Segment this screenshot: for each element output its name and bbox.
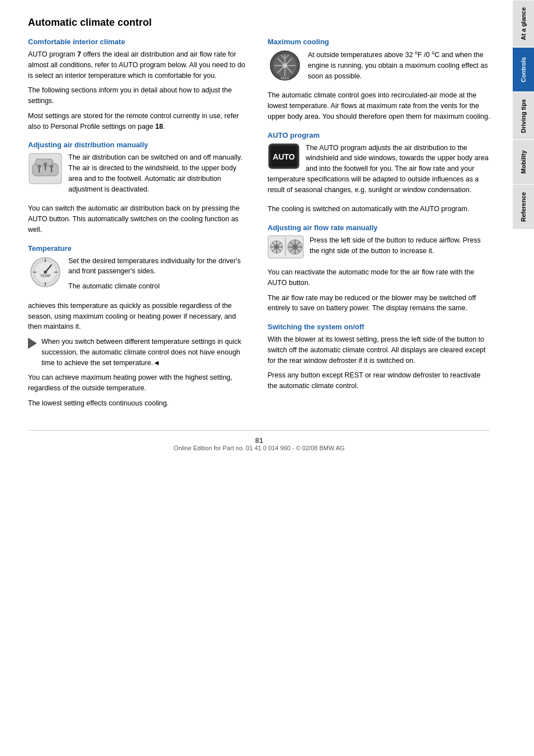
temperature-note-block: When you switch between different temper… (28, 337, 251, 368)
temperature-p2: achieves this temperature as quickly as … (28, 301, 251, 332)
max-cooling-heading: Maximum cooling (268, 38, 490, 46)
sidebar-tab-driving-tips[interactable]: Driving tips (513, 92, 534, 140)
switch-p1: With the blower at its lowest setting, p… (268, 334, 490, 366)
page-number: 81 (255, 436, 263, 445)
page-title: Automatic climate control (28, 17, 490, 29)
svg-point-24 (283, 63, 287, 68)
comfortable-p3: Most settings are stored for the remote … (28, 111, 251, 132)
temperature-dial-image: TEMP (28, 256, 63, 290)
air-flow-button-image (268, 235, 304, 260)
note-triangle-icon (28, 338, 37, 349)
temperature-heading: Temperature (28, 244, 251, 253)
temperature-p4: The lowest setting effects continuous co… (28, 398, 251, 409)
air-dist-p2: You can switch the automatic air distrib… (28, 203, 251, 235)
left-column: Comfortable interior climate AUTO progra… (28, 38, 251, 413)
auto-program-p1: The AUTO program adjusts the air distrib… (268, 143, 490, 195)
right-column: Maximum cooling (268, 38, 490, 413)
air-flow-p3: The air flow rate may be reduced or the … (268, 293, 490, 314)
auto-button-image: AUTO (268, 143, 300, 171)
temperature-block: TEMP Set the desired temperatures indivi… (28, 256, 251, 296)
footer-text: Online Edition for Part no. 01 41 0 014 … (174, 445, 344, 451)
page-footer: 81 Online Edition for Part no. 01 41 0 0… (28, 430, 490, 451)
comfortable-heading: Comfortable interior climate (28, 38, 251, 46)
cooling-icon-image: MAX (268, 49, 302, 83)
air-dist-image (28, 152, 63, 186)
temperature-p3: You can achieve maximum heating power wi… (28, 372, 251, 394)
temperature-note: When you switch between different temper… (41, 337, 251, 368)
auto-program-p2: The cooling is switched on automatically… (268, 204, 490, 214)
sidebar-tab-reference[interactable]: Reference (513, 184, 534, 229)
sidebar-tab-mobility[interactable]: Mobility (513, 139, 534, 184)
air-dist-block: The air distribution can be switched on … (28, 152, 251, 199)
svg-point-8 (50, 165, 53, 168)
svg-text:AUTO: AUTO (273, 152, 295, 161)
air-flow-p2: You can reactivate the automatic mode fo… (268, 267, 490, 288)
auto-program-block: AUTO The AUTO program adjusts the air di… (268, 143, 490, 200)
switch-p2: Press any button except REST or rear win… (268, 370, 490, 391)
svg-point-6 (38, 165, 41, 168)
switch-heading: Switching the system on/off (268, 323, 490, 331)
svg-point-7 (44, 162, 47, 166)
sidebar-tab-controls[interactable]: Controls (513, 47, 534, 92)
sidebar: At a glance Controls Driving tips Mobili… (513, 0, 534, 756)
comfortable-p1: AUTO program 7 offers the ideal air dist… (28, 49, 251, 81)
air-flow-heading: Adjusting air flow rate manually (268, 223, 490, 232)
comfortable-p2: The following sections inform you in det… (28, 85, 251, 106)
air-dist-heading: Adjusting air distribution manually (28, 141, 251, 149)
sidebar-tab-at-a-glance[interactable]: At a glance (513, 0, 534, 47)
max-cooling-block: MAX At outside temperatures above 32 oF … (268, 49, 490, 86)
max-cooling-p2: The automatic climate control goes into … (268, 90, 490, 122)
svg-text:TEMP: TEMP (40, 274, 51, 278)
air-flow-block: Press the left side of the button to red… (268, 235, 490, 263)
svg-text:MAX: MAX (280, 76, 289, 80)
auto-program-heading: AUTO program (268, 131, 490, 139)
